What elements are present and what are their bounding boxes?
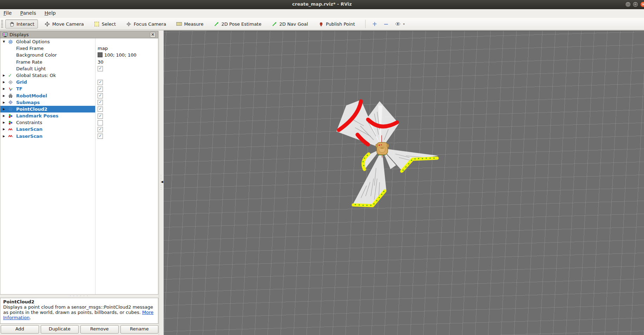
selection-highlight (0, 106, 95, 112)
expander-icon[interactable]: ▶ (3, 92, 5, 99)
checkbox-checked[interactable]: ✓ (98, 86, 103, 92)
tool-2d-nav-goal[interactable]: 2D Nav Goal (268, 19, 311, 28)
landmark-spheres-icon (8, 114, 13, 118)
close-button[interactable]: × (640, 1, 644, 7)
description-body: Displays a point cloud from a sensor_msg… (3, 304, 153, 315)
menu-panels[interactable]: Panels (17, 9, 40, 17)
rename-button[interactable]: Rename (120, 325, 159, 334)
3d-viewport[interactable] (164, 31, 644, 335)
tree-row-tf[interactable]: ▶ TF ✓ (0, 85, 158, 92)
tool-properties-button[interactable]: ▾ (392, 19, 408, 28)
property-name: Fixed Frame (16, 45, 44, 52)
window-title: create_map.rviz* - RViz (0, 1, 644, 7)
row-label: TF (16, 85, 22, 92)
add-tool-button[interactable]: + (369, 20, 380, 27)
property-name: Default Light (16, 65, 46, 72)
tree-row-grid[interactable]: ▶ Grid ✓ (0, 79, 158, 85)
expander-icon[interactable]: ▶ (3, 112, 5, 119)
checkbox-checked[interactable]: ✓ (98, 114, 103, 119)
minimize-icon: − (626, 2, 630, 6)
add-button[interactable]: Add (1, 325, 39, 334)
tree-row-robotmodel[interactable]: ▶ RobotModel ✓ (0, 92, 158, 99)
row-label: PointCloud2 (16, 106, 47, 112)
laserscan-wave-icon (8, 127, 13, 132)
checkbox-checked[interactable]: ✓ (98, 107, 103, 112)
property-value[interactable]: map (98, 45, 108, 52)
panel-splitter[interactable]: ◀ (159, 31, 164, 335)
checkbox-checked[interactable]: ✓ (98, 100, 103, 105)
tree-row-fixed-frame[interactable]: Fixed Frame map (0, 45, 158, 52)
titlebar[interactable]: create_map.rviz* - RViz − × (0, 0, 644, 9)
tf-axes-icon (8, 86, 13, 91)
selection-box-icon (94, 21, 100, 27)
tool-move-camera[interactable]: Move Camera (41, 19, 87, 28)
row-label: Constraints (16, 119, 42, 126)
tree-row-constraints[interactable]: ▶ Constraints (0, 119, 158, 126)
tool-publish-point[interactable]: Publish Point (315, 19, 359, 28)
status-ok-icon: ✓ (8, 72, 12, 79)
tree-row-submaps[interactable]: ▶ Submaps ✓ (0, 99, 158, 106)
ruler-icon (176, 21, 182, 27)
tree-row-global-status[interactable]: ▶ ✓ Global Status: Ok (0, 72, 158, 79)
tool-label: 2D Nav Goal (279, 21, 308, 27)
expander-icon[interactable]: ▼ (3, 38, 5, 45)
checkbox-unchecked[interactable] (98, 120, 103, 125)
property-value[interactable]: 100; 100; 100 (98, 52, 136, 58)
maximize-button[interactable] (632, 1, 638, 7)
expander-icon[interactable]: ▶ (3, 85, 5, 92)
checkbox-checked[interactable]: ✓ (98, 134, 103, 139)
toolbar-drag-handle[interactable] (1, 20, 3, 28)
menu-help[interactable]: Help (41, 9, 59, 17)
tool-label: Move Camera (52, 21, 84, 27)
expander-icon[interactable]: ▶ (3, 133, 5, 140)
expander-icon[interactable]: ▶ (3, 106, 5, 112)
tool-2d-pose-estimate[interactable]: 2D Pose Estimate (210, 19, 265, 28)
toolbar-separator (365, 20, 366, 28)
checkbox-checked[interactable]: ✓ (98, 93, 103, 98)
hand-icon (9, 21, 14, 27)
remove-tool-button[interactable]: − (380, 20, 392, 27)
expander-icon[interactable]: ▶ (3, 72, 5, 79)
tree-row-laserscan-2[interactable]: ▶ LaserScan ✓ (0, 133, 158, 140)
tree-row-global-options[interactable]: ▼ Global Options (0, 38, 158, 45)
tree-row-laserscan-1[interactable]: ▶ LaserScan ✓ (0, 126, 158, 133)
tree-row-frame-rate[interactable]: Frame Rate 30 (0, 59, 158, 65)
green-arrow-icon (213, 21, 219, 27)
tool-select[interactable]: Select (91, 19, 119, 28)
tool-interact[interactable]: Interact (5, 19, 38, 28)
row-label: Global Options (16, 38, 50, 45)
toolbar: Interact Move Camera Select Focus Camera… (0, 18, 644, 30)
panel-close-button[interactable]: × (150, 32, 156, 38)
remove-button[interactable]: Remove (80, 325, 119, 334)
chevron-down-icon: ▾ (403, 22, 405, 26)
expander-icon[interactable]: ▶ (3, 119, 5, 126)
minimize-button[interactable]: − (625, 1, 631, 7)
duplicate-button[interactable]: Duplicate (41, 325, 79, 334)
checkbox-checked[interactable]: ✓ (98, 66, 103, 71)
row-label: RobotModel (16, 92, 47, 99)
checkbox-checked[interactable]: ✓ (98, 127, 103, 132)
tree-row-default-light[interactable]: Default Light ✓ (0, 65, 158, 72)
checkbox-checked[interactable]: ✓ (98, 80, 103, 85)
tool-focus-camera[interactable]: Focus Camera (123, 19, 170, 28)
displays-tree: ▼ Global Options Fixed Frame map Backgro… (0, 38, 158, 295)
color-swatch (98, 52, 103, 57)
tree-row-pointcloud2[interactable]: ▶ PointCloud2 ✓ (0, 106, 158, 112)
robot-icon (8, 93, 13, 98)
tree-row-background-color[interactable]: Background Color 100; 100; 100 (0, 52, 158, 58)
panel-title: Displays (9, 32, 29, 37)
row-label: LaserScan (16, 126, 42, 133)
property-value[interactable]: 30 (98, 59, 104, 65)
tool-label: Interact (17, 21, 34, 27)
menu-file[interactable]: File (0, 9, 15, 17)
displays-panel-header[interactable]: Displays × (0, 31, 158, 38)
tool-measure[interactable]: Measure (173, 19, 207, 28)
splitter-collapse-icon[interactable]: ◀ (161, 180, 163, 183)
expander-icon[interactable]: ▶ (3, 99, 5, 106)
expander-icon[interactable]: ▶ (3, 79, 5, 85)
tree-row-landmark-poses[interactable]: ▶ Landmark Poses ✓ (0, 112, 158, 119)
display-actions: Add Duplicate Remove Rename (1, 325, 158, 333)
displays-panel: Displays × ▼ Global Options Fixed Frame … (0, 31, 159, 335)
expander-icon[interactable]: ▶ (3, 126, 5, 133)
move-arrows-icon (45, 21, 50, 27)
